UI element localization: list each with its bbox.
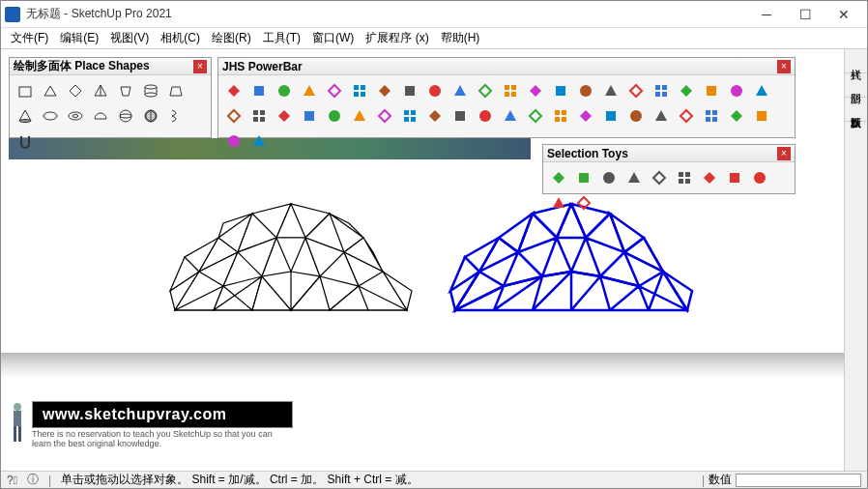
path2-icon[interactable] xyxy=(222,129,246,153)
plus-red-icon[interactable] xyxy=(650,79,673,102)
toolbar-header[interactable]: 绘制多面体 Place Shapes × xyxy=(10,58,211,75)
orange-rot-icon[interactable] xyxy=(423,79,447,102)
stack2-icon[interactable] xyxy=(524,104,547,128)
grid-o1-icon[interactable] xyxy=(675,104,698,128)
cube-dots-icon[interactable] xyxy=(622,166,646,189)
geodesic-dome-white[interactable] xyxy=(165,185,417,320)
lines-r1-icon[interactable] xyxy=(547,191,570,215)
paint-icon[interactable] xyxy=(448,79,472,102)
grid-o2-icon[interactable] xyxy=(700,104,723,128)
diamond-r-icon[interactable] xyxy=(698,166,721,189)
toolbar-jhs-powerbar[interactable]: JHS PowerBar × xyxy=(217,57,796,138)
cone-icon[interactable] xyxy=(14,104,37,128)
blue-diamond-icon[interactable] xyxy=(247,79,271,102)
menu-draw[interactable]: 绘图(R) xyxy=(206,28,257,48)
lines-r2-icon[interactable] xyxy=(572,191,595,215)
grid-o3-icon[interactable] xyxy=(725,104,748,128)
lines1-icon[interactable] xyxy=(648,166,671,189)
info-icon[interactable]: ⓘ xyxy=(27,472,39,488)
stack1-icon[interactable] xyxy=(499,104,522,128)
panel-icon[interactable] xyxy=(474,79,497,102)
redo-icon[interactable] xyxy=(398,104,421,128)
diamond-g-icon[interactable] xyxy=(547,166,570,189)
tab-default-panel[interactable]: 默认面板 xyxy=(845,98,867,122)
toolbar-place-shapes[interactable]: 绘制多面体 Place Shapes × xyxy=(9,57,212,138)
tri-y-icon[interactable] xyxy=(247,104,271,128)
menu-edit[interactable]: 编辑(E) xyxy=(54,28,104,48)
dots-icon[interactable] xyxy=(725,79,748,102)
purple-arc-icon[interactable] xyxy=(398,79,421,102)
close-button[interactable]: ✕ xyxy=(825,1,863,28)
cube-r-icon[interactable] xyxy=(723,166,746,189)
line-icon[interactable] xyxy=(624,79,648,102)
cylinder-icon[interactable] xyxy=(139,79,162,102)
target-icon[interactable] xyxy=(599,79,622,102)
menu-camera[interactable]: 相机(C) xyxy=(155,28,206,48)
eraser-icon[interactable] xyxy=(574,79,597,102)
maximize-button[interactable]: ☐ xyxy=(786,1,825,28)
frustum-icon[interactable] xyxy=(164,79,188,102)
hex-icon[interactable] xyxy=(650,104,673,128)
grid-r-icon[interactable] xyxy=(624,104,648,128)
sheet-icon[interactable] xyxy=(348,79,371,102)
cube-icon[interactable] xyxy=(14,79,37,102)
geodesic-icon[interactable] xyxy=(139,104,162,128)
orange-arc-icon[interactable] xyxy=(373,79,396,102)
grid-icon[interactable] xyxy=(700,79,723,102)
oval-icon[interactable] xyxy=(39,104,62,128)
path3-icon[interactable] xyxy=(247,129,271,153)
cubes-r-icon[interactable] xyxy=(748,166,771,189)
close-icon[interactable]: × xyxy=(193,60,207,73)
plus-green-icon[interactable] xyxy=(675,79,698,102)
drop2-icon[interactable] xyxy=(222,104,246,128)
toolbar-header[interactable]: Selection Toys × xyxy=(543,145,795,162)
box-r-icon[interactable] xyxy=(348,104,371,128)
grid-p-icon[interactable] xyxy=(599,104,622,128)
cube-w-icon[interactable] xyxy=(597,166,621,189)
tri-g-icon[interactable] xyxy=(273,104,296,128)
green-diamond-icon[interactable] xyxy=(273,79,296,102)
menu-file[interactable]: 文件(F) xyxy=(5,28,54,48)
path1-icon[interactable] xyxy=(750,104,773,128)
red-book-icon[interactable] xyxy=(323,79,346,102)
help-icon[interactable]: ?⃝ xyxy=(7,474,17,487)
menu-help[interactable]: 帮助(H) xyxy=(435,28,486,48)
diamond-f-icon[interactable] xyxy=(572,166,595,189)
boxes2-icon[interactable] xyxy=(448,104,472,128)
grid-b-icon[interactable] xyxy=(549,104,572,128)
menu-window[interactable]: 窗口(W) xyxy=(306,28,360,48)
pie-icon[interactable] xyxy=(524,79,547,102)
rhombus-icon[interactable] xyxy=(64,79,87,102)
toolbar-selection-toys[interactable]: Selection Toys × xyxy=(542,144,796,194)
close-icon[interactable]: × xyxy=(777,60,791,73)
lines2-icon[interactable] xyxy=(673,166,696,189)
pyramid-icon[interactable] xyxy=(89,79,112,102)
magnet-icon[interactable] xyxy=(14,129,37,153)
menu-tools[interactable]: 工具(T) xyxy=(257,28,306,48)
pie2-icon[interactable] xyxy=(549,79,572,102)
drop-icon[interactable] xyxy=(750,79,773,102)
boxes3-icon[interactable] xyxy=(474,104,497,128)
close-icon[interactable]: × xyxy=(777,147,791,160)
menu-extensions[interactable]: 扩展程序 (x) xyxy=(360,28,434,48)
minimize-button[interactable]: ─ xyxy=(747,1,786,28)
flag-icon[interactable] xyxy=(499,79,522,102)
prism-icon[interactable] xyxy=(39,79,62,102)
undo-icon[interactable] xyxy=(373,104,396,128)
sphere-icon[interactable] xyxy=(114,104,137,128)
toolbar-header[interactable]: JHS PowerBar × xyxy=(218,58,795,75)
cup-icon[interactable] xyxy=(114,79,137,102)
tab-styles[interactable]: 样式 xyxy=(845,49,867,73)
torus-icon[interactable] xyxy=(64,104,87,128)
orange-cube-icon[interactable] xyxy=(298,79,321,102)
value-input[interactable] xyxy=(736,474,861,487)
tab-shadows[interactable]: 阴影 xyxy=(845,73,867,98)
sparkle-icon[interactable] xyxy=(323,104,346,128)
grid-y-icon[interactable] xyxy=(574,104,597,128)
menu-view[interactable]: 视图(V) xyxy=(104,28,155,48)
geodesic-dome-blue[interactable] xyxy=(446,185,697,320)
tri-o-icon[interactable] xyxy=(298,104,321,128)
helix-icon[interactable] xyxy=(164,104,188,128)
hemisphere-icon[interactable] xyxy=(89,104,112,128)
red-flag-icon[interactable] xyxy=(222,79,246,102)
